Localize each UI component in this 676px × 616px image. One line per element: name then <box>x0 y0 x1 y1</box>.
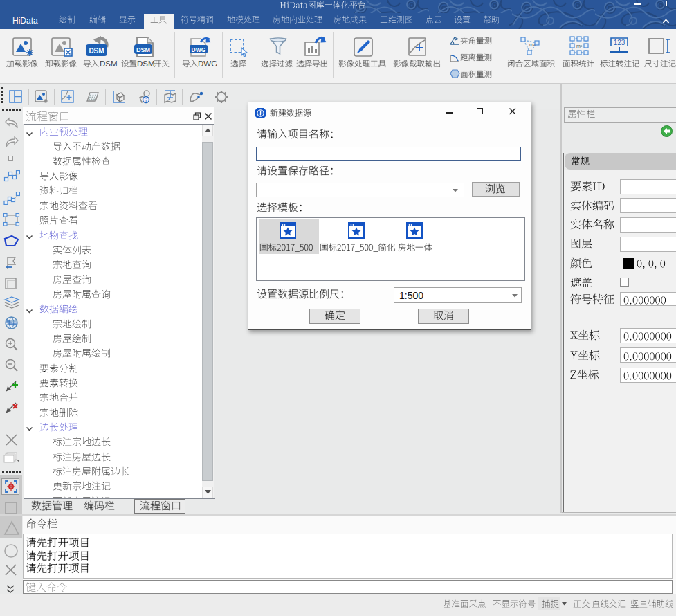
svg-text:DSM: DSM <box>89 47 104 55</box>
svg-text:m²: m² <box>529 42 536 47</box>
svg-text:DWG: DWG <box>192 46 206 53</box>
svg-text:123: 123 <box>614 39 625 46</box>
svg-text:DSM: DSM <box>136 46 150 53</box>
svg-text:m²: m² <box>576 44 583 48</box>
